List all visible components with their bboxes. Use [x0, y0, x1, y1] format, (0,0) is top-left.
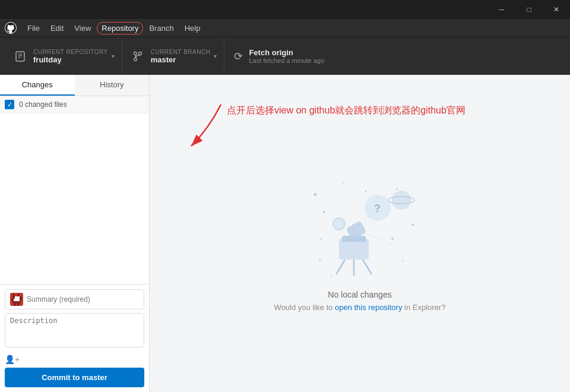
menu-repository[interactable]: Repository: [97, 22, 143, 34]
fetch-title: Fetch origin: [249, 48, 324, 57]
branch-chevron-icon: ▾: [214, 53, 217, 59]
title-bar: ─ □ ✕: [0, 0, 570, 19]
svg-rect-19: [20, 299, 22, 301]
commit-summary-row: [5, 289, 144, 309]
minimize-button[interactable]: ─: [488, 0, 515, 19]
svg-text:✦: ✦: [312, 191, 318, 199]
svg-text:+: +: [401, 258, 404, 264]
tab-changes[interactable]: Changes: [0, 75, 75, 96]
svg-point-40: [392, 191, 411, 210]
svg-line-33: [336, 260, 345, 274]
svg-rect-22: [17, 304, 20, 306]
menu-help[interactable]: Help: [180, 22, 205, 34]
svg-text:+: +: [342, 181, 345, 186]
commit-area: 👤+ Commit to master: [0, 284, 149, 392]
repository-value: fruitday: [33, 55, 108, 64]
svg-rect-10: [12, 294, 15, 296]
svg-rect-31: [339, 239, 369, 260]
changes-list: [0, 113, 149, 284]
tab-history[interactable]: History: [75, 75, 150, 96]
toolbar: Current repository fruitday ▾ Current br…: [0, 37, 570, 75]
svg-point-37: [333, 218, 345, 230]
svg-rect-13: [12, 296, 15, 299]
fetch-icon: ⟳: [234, 50, 243, 63]
close-button[interactable]: ✕: [543, 0, 570, 19]
svg-point-45: [321, 238, 322, 239]
current-repository-section[interactable]: Current repository fruitday ▾: [5, 37, 122, 75]
open-repository-link[interactable]: open this repository: [335, 303, 402, 312]
svg-point-7: [138, 52, 141, 55]
svg-point-42: [323, 211, 325, 213]
empty-state-subtitle: Would you like to open this repository i…: [274, 303, 446, 312]
svg-rect-20: [12, 301, 21, 304]
repository-icon: [12, 48, 28, 65]
maximize-button[interactable]: □: [515, 0, 543, 19]
svg-rect-12: [17, 294, 20, 296]
svg-rect-21: [14, 304, 16, 306]
svg-rect-18: [14, 299, 20, 301]
user-plus-icon: 👤+: [5, 355, 20, 364]
svg-text:✦: ✦: [410, 222, 415, 228]
commit-summary-input[interactable]: [27, 295, 139, 304]
empty-state-title: No local changes: [328, 290, 391, 299]
svg-point-43: [391, 238, 394, 240]
svg-rect-1: [16, 52, 24, 61]
repository-chevron-icon: ▾: [112, 53, 115, 59]
svg-rect-17: [11, 299, 14, 301]
empty-illustration: ✦ + + ✦ + + + ?: [294, 167, 425, 280]
svg-line-34: [363, 260, 372, 274]
annotation-text: 点开后选择view on github就会跳转到浏览器的github官网: [227, 105, 466, 117]
menu-bar: File Edit View Repository Branch Help: [0, 19, 570, 37]
current-branch-section[interactable]: Current branch master ▾: [122, 37, 225, 75]
commit-avatar: [10, 293, 23, 306]
branch-icon: [129, 48, 146, 65]
svg-point-44: [365, 190, 367, 192]
select-all-checkbox[interactable]: [5, 100, 14, 109]
app-logo: [2, 20, 19, 36]
left-panel-tabs: Changes History: [0, 75, 149, 96]
window-controls: ─ □ ✕: [488, 0, 570, 19]
svg-rect-14: [15, 296, 17, 299]
empty-state: ✦ + + ✦ + + + ?: [274, 167, 446, 312]
right-panel: 点开后选择view on github就会跳转到浏览器的github官网 ✦ +…: [150, 75, 570, 392]
svg-text:+: +: [330, 273, 333, 279]
commit-button[interactable]: Commit to master: [5, 368, 144, 387]
menu-edit[interactable]: Edit: [46, 22, 68, 34]
menu-file[interactable]: File: [23, 22, 45, 34]
main-area: Changes History 0 changed files: [0, 75, 570, 392]
svg-text:+: +: [318, 257, 322, 264]
svg-rect-15: [17, 296, 20, 299]
changed-files-count: 0 changed files: [19, 100, 67, 109]
fetch-info: Fetch origin Last fetched a minute ago: [249, 48, 324, 64]
fetch-subtitle: Last fetched a minute ago: [249, 57, 324, 64]
changed-files-header: 0 changed files: [0, 96, 149, 113]
svg-rect-16: [20, 296, 22, 299]
left-panel: Changes History 0 changed files: [0, 75, 150, 392]
branch-info: Current branch master: [151, 49, 211, 64]
commit-description-input[interactable]: [5, 313, 144, 347]
svg-point-6: [134, 58, 137, 61]
branch-label: Current branch: [151, 49, 211, 55]
branch-value: master: [151, 55, 211, 64]
commit-user-row: 👤+: [5, 353, 144, 368]
repository-label: Current repository: [33, 49, 108, 55]
svg-point-5: [134, 52, 137, 55]
svg-text:?: ?: [374, 203, 381, 214]
repository-info: Current repository fruitday: [33, 49, 108, 64]
menu-view[interactable]: View: [69, 22, 96, 34]
menu-branch[interactable]: Branch: [144, 22, 178, 34]
svg-rect-11: [15, 294, 17, 296]
fetch-origin-section[interactable]: ⟳ Fetch origin Last fetched a minute ago: [224, 37, 334, 75]
